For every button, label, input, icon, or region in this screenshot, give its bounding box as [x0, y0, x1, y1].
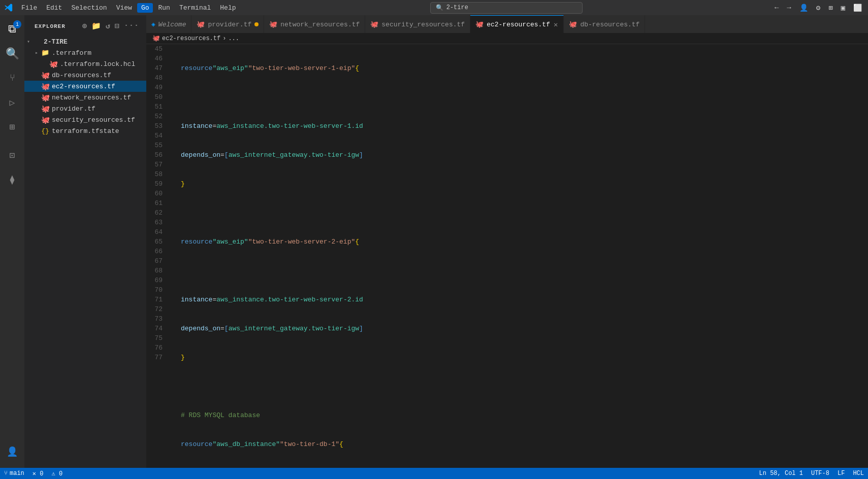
sidebar-item-terraform[interactable]: ▸ 📁 .terraform: [24, 47, 146, 58]
project-root[interactable]: ▾ 2-TIRE: [24, 36, 146, 47]
menu-selection[interactable]: Selection: [67, 3, 111, 13]
code-line-50: [181, 208, 868, 218]
nav-forward-button[interactable]: →: [785, 3, 793, 13]
sidebar-item-ec2-resources[interactable]: 🐙 ec2-resources.tf: [24, 81, 146, 92]
tf-file-icon: 🐙: [41, 71, 50, 80]
sidebar-header: EXPLORER ⊕ 📁 ↺ ⊟ ···: [24, 15, 146, 35]
tf-tab-icon: 🐙: [269, 20, 277, 28]
language-mode[interactable]: HCL: [853, 470, 864, 477]
new-file-icon[interactable]: ⊕: [81, 20, 88, 32]
tree-label: .terraform: [52, 49, 91, 57]
activity-remote[interactable]: ⊡: [0, 143, 24, 167]
tab-provider[interactable]: 🐙 provider.tf: [191, 15, 264, 33]
menu-file[interactable]: File: [17, 3, 41, 13]
warning-count[interactable]: ⚠ 0: [51, 470, 62, 477]
tab-welcome[interactable]: ◈ Welcome: [146, 15, 191, 33]
code-line-56: [181, 382, 868, 391]
settings-icon[interactable]: ⚙: [814, 3, 822, 13]
search-icon: 🔍: [6, 47, 19, 61]
json-file-icon: {}: [41, 127, 50, 135]
nav-back-button[interactable]: ←: [773, 3, 781, 13]
menu-help[interactable]: Help: [216, 3, 240, 13]
code-line-58: resource "aws_db_instance" "two-tier-db-…: [181, 439, 868, 449]
refresh-icon[interactable]: ↺: [105, 20, 112, 32]
menu-view[interactable]: View: [112, 3, 136, 13]
breadcrumb-section[interactable]: ...: [228, 35, 239, 42]
menu-edit[interactable]: Edit: [42, 3, 66, 13]
sidebar-item-tfstate[interactable]: {} terraform.tfstate: [24, 125, 146, 136]
global-search-box[interactable]: 🔍 2-tire: [430, 2, 583, 14]
activity-explorer[interactable]: ⧉ 1: [0, 17, 24, 42]
menu-run[interactable]: Run: [154, 3, 174, 13]
activity-extensions[interactable]: ⊞: [0, 115, 24, 139]
accounts-icon[interactable]: 👤: [797, 3, 810, 13]
code-line-55: }: [181, 353, 868, 362]
activity-run[interactable]: ▷: [0, 90, 24, 115]
sidebar-toggle-icon[interactable]: ▣: [839, 3, 847, 13]
activity-account[interactable]: 👤: [0, 439, 24, 464]
search-text: 2-tire: [446, 4, 468, 11]
tree-label: network_resources.tf: [52, 94, 131, 101]
remote-icon: ⊡: [10, 150, 15, 161]
tf-file-icon: 🐙: [41, 82, 50, 91]
code-line-54: depends_on = [aws_internet_gateway.two-t…: [181, 324, 868, 333]
menu-bar: File Edit Selection View Go Run Terminal…: [17, 3, 240, 13]
title-search-area: 🔍 2-tire: [244, 2, 768, 14]
folder-closed-icon: 📁: [41, 49, 50, 57]
tab-security[interactable]: 🐙 security_resources.tf: [365, 15, 470, 33]
editor-area: ◈ Welcome 🐙 provider.tf 🐙 network_resour…: [146, 15, 868, 468]
tab-label: security_resources.tf: [381, 21, 465, 28]
activity-source-control[interactable]: ⑂: [0, 66, 24, 90]
tf-breadcrumb-icon: 🐙: [152, 35, 160, 42]
run-debug-icon: ▷: [10, 97, 15, 108]
encoding[interactable]: UTF-8: [811, 470, 829, 477]
new-folder-icon[interactable]: 📁: [90, 20, 103, 32]
search-icon: 🔍: [436, 4, 443, 12]
tab-close-button[interactable]: ✕: [553, 20, 558, 29]
code-line-48: depends_on = [aws_internet_gateway.two-t…: [181, 150, 868, 160]
menu-go[interactable]: Go: [137, 3, 153, 13]
collapse-icon[interactable]: ⊟: [114, 20, 121, 32]
code-content[interactable]: resource "aws_eip" "two-tier-web-server-…: [173, 44, 868, 468]
sidebar-item-db-resources[interactable]: 🐙 db-resources.tf: [24, 70, 146, 81]
layout-icon[interactable]: ⊞: [826, 3, 834, 13]
code-line-45: resource "aws_eip" "two-tier-web-server-…: [181, 63, 868, 73]
tab-network[interactable]: 🐙 network_resources.tf: [264, 15, 365, 33]
vscode-tab-icon: ◈: [151, 20, 155, 28]
title-bar: File Edit Selection View Go Run Terminal…: [0, 0, 868, 15]
tf-file-icon: 🐙: [41, 105, 50, 113]
tf-tab-icon: 🐙: [370, 20, 378, 28]
status-right: Ln 58, Col 1 UTF-8 LF HCL: [759, 470, 864, 477]
tab-ec2[interactable]: 🐙 ec2-resources.tf ✕: [470, 15, 564, 33]
source-control-icon: ⑂: [10, 73, 15, 83]
sidebar-title: EXPLORER: [35, 23, 66, 29]
code-line-49: }: [181, 179, 868, 189]
line-ending[interactable]: LF: [838, 470, 845, 477]
code-line-47: instance = aws_instance.two-tier-web-ser…: [181, 121, 868, 131]
tab-label: ec2-resources.tf: [487, 21, 550, 28]
activity-search[interactable]: 🔍: [0, 42, 24, 66]
tf-file-icon: 🐙: [49, 60, 58, 69]
activity-testing[interactable]: ⧫: [0, 167, 24, 192]
tree-label: db-resources.tf: [52, 72, 111, 79]
sidebar-item-network-resources[interactable]: 🐙 network_resources.tf: [24, 92, 146, 103]
sidebar-item-security-resources[interactable]: 🐙 security_resources.tf: [24, 114, 146, 125]
code-line-57: # RDS MYSQL database: [181, 410, 868, 420]
sidebar-actions: ⊕ 📁 ↺ ⊟ ···: [81, 20, 140, 32]
unsaved-indicator: [254, 22, 259, 26]
code-editor[interactable]: 45 46 47 48 49 50 51 52 53 54 55 56 57 5…: [146, 44, 868, 468]
git-branch[interactable]: ⑂ main: [4, 470, 24, 477]
tab-label: network_resources.tf: [280, 21, 360, 28]
cursor-position[interactable]: Ln 58, Col 1: [759, 470, 803, 477]
sidebar-item-lock-hcl[interactable]: 🐙 .terraform.lock.hcl: [24, 58, 146, 70]
tab-db[interactable]: 🐙 db-resources.tf: [564, 15, 645, 33]
more-actions-icon[interactable]: ···: [123, 20, 140, 32]
tf-tab-icon: 🐙: [197, 20, 205, 28]
sidebar-item-provider[interactable]: 🐙 provider.tf: [24, 103, 146, 114]
activity-bar: ⧉ 1 🔍 ⑂ ▷ ⊞ ⊡ ⧫ 👤: [0, 15, 24, 468]
panel-toggle-icon[interactable]: ⬜: [851, 3, 864, 13]
menu-terminal[interactable]: Terminal: [175, 3, 215, 13]
explorer-badge: 1: [13, 20, 21, 28]
error-count[interactable]: ✕ 0: [33, 470, 44, 477]
breadcrumb-file[interactable]: ec2-resources.tf: [162, 35, 220, 42]
